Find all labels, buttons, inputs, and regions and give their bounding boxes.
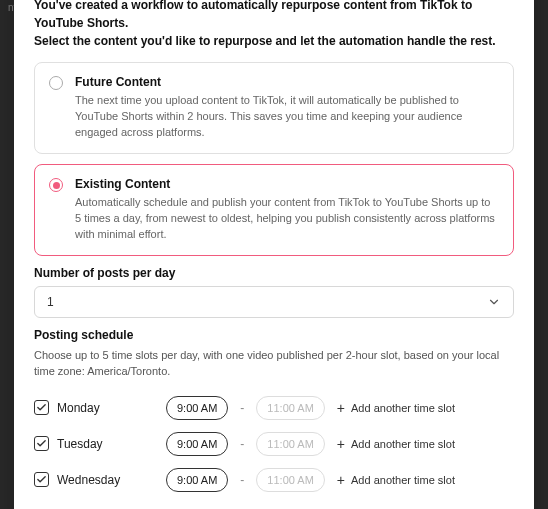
add-time-slot-button[interactable]: +Add another time slot	[337, 473, 455, 487]
plus-icon: +	[337, 473, 345, 487]
radio-icon	[49, 178, 63, 192]
time-start-input[interactable]: 9:00 AM	[166, 396, 228, 420]
day-label: Monday	[57, 401, 100, 415]
option-title: Future Content	[75, 75, 499, 89]
day-label: Wednesday	[57, 473, 120, 487]
dash-separator: -	[240, 437, 244, 451]
time-start-input[interactable]: 9:00 AM	[166, 432, 228, 456]
option-existing-content[interactable]: Existing Content Automatically schedule …	[34, 164, 514, 256]
add-slot-label: Add another time slot	[351, 402, 455, 414]
posts-per-day-select[interactable]: 1	[34, 286, 514, 318]
plus-icon: +	[337, 437, 345, 451]
time-end-input[interactable]: 11:00 AM	[256, 396, 324, 420]
intro-line-2: Select the content you'd like to repurpo…	[34, 32, 514, 50]
dash-separator: -	[240, 473, 244, 487]
plus-icon: +	[337, 401, 345, 415]
schedule-row: Monday9:00 AM-11:00 AM+Add another time …	[34, 390, 514, 426]
checkbox-icon	[34, 400, 49, 415]
add-time-slot-button[interactable]: +Add another time slot	[337, 437, 455, 451]
posting-schedule-label: Posting schedule	[34, 328, 514, 342]
schedule-row: Wednesday9:00 AM-11:00 AM+Add another ti…	[34, 462, 514, 498]
add-time-slot-button[interactable]: +Add another time slot	[337, 401, 455, 415]
option-title: Existing Content	[75, 177, 499, 191]
time-end-input[interactable]: 11:00 AM	[256, 468, 324, 492]
posting-schedule-desc: Choose up to 5 time slots per day, with …	[34, 348, 514, 380]
schedule-row: Tuesday9:00 AM-11:00 AM+Add another time…	[34, 426, 514, 462]
checkbox-icon	[34, 436, 49, 451]
add-slot-label: Add another time slot	[351, 438, 455, 450]
radio-icon	[49, 76, 63, 90]
select-value: 1	[47, 295, 54, 309]
option-desc: The next time you upload content to TikT…	[75, 93, 499, 141]
modal-intro: You've created a workflow to automatical…	[34, 0, 514, 50]
chevron-down-icon	[487, 295, 501, 309]
checkbox-icon	[34, 472, 49, 487]
day-toggle[interactable]: Tuesday	[34, 436, 154, 451]
day-toggle[interactable]: Wednesday	[34, 472, 154, 487]
workflow-modal: Your Workflow Is Almost Ready You've cre…	[14, 0, 534, 509]
option-desc: Automatically schedule and publish your …	[75, 195, 499, 243]
intro-line-1: You've created a workflow to automatical…	[34, 0, 514, 32]
option-future-content[interactable]: Future Content The next time you upload …	[34, 62, 514, 154]
dash-separator: -	[240, 401, 244, 415]
day-toggle[interactable]: Monday	[34, 400, 154, 415]
add-slot-label: Add another time slot	[351, 474, 455, 486]
posts-per-day-label: Number of posts per day	[34, 266, 514, 280]
time-start-input[interactable]: 9:00 AM	[166, 468, 228, 492]
day-label: Tuesday	[57, 437, 103, 451]
time-end-input[interactable]: 11:00 AM	[256, 432, 324, 456]
